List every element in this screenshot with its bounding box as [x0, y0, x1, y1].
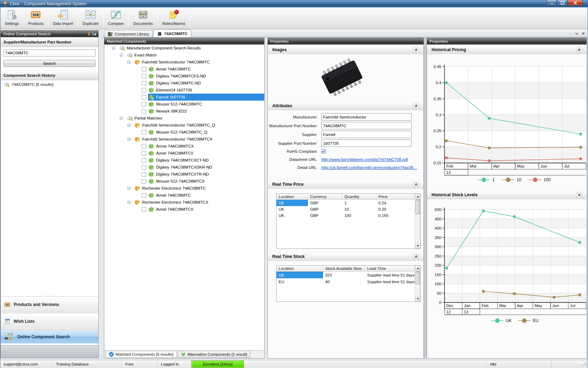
maximize-button[interactable] [557, 0, 567, 6]
notes-alarms-button[interactable]: Notes/Alarms [158, 7, 189, 29]
table-cell[interactable]: UK [276, 272, 323, 278]
tree-item[interactable]: SMouser 512-74AC08MTCX [104, 178, 264, 185]
attribute-value-input[interactable] [321, 113, 412, 121]
tree-item-checkbox[interactable] [142, 67, 146, 71]
documents-button[interactable]: Documents [130, 7, 157, 29]
collapse-section-button[interactable] [576, 47, 582, 53]
table-row[interactable]: EU40Supplier lead time 51 days [276, 278, 420, 285]
tree-item-body[interactable]: MFairchild Semiconductor 74AC08MTC [134, 59, 264, 66]
tree-item-checkbox[interactable] [142, 88, 146, 93]
tree-item-body[interactable]: SAvnet 74AC08MTC [148, 66, 264, 73]
tree-item-body[interactable]: MFairchild Semiconductor 74AC08MTCX [134, 136, 264, 143]
tree-item[interactable]: SAvnet 74AC08MTCX [104, 206, 264, 213]
table-cell[interactable]: 100 [342, 212, 376, 219]
tree-item-body[interactable]: SMouser 512-74AC08MTC_Q [148, 129, 264, 136]
tree-item[interactable]: SAvnet 74AC08MTCX [104, 150, 264, 157]
tree-item-body[interactable]: SArrow 74AC08MTCX [148, 143, 264, 150]
scroll-down-button[interactable] [415, 296, 420, 301]
tree-item[interactable]: SMouser 512-74AC08MTC_Q [104, 129, 264, 136]
scrollbar-thumb[interactable] [415, 199, 420, 214]
column-header[interactable]: Stock Available Now [323, 266, 365, 271]
tree-item-body[interactable]: SDigikey 74AC08MTCXCT-ND [148, 157, 264, 164]
splitter-tree-properties[interactable]: ········· [265, 38, 267, 359]
attribute-value-input[interactable] [321, 139, 412, 147]
collapse-section-button[interactable] [413, 253, 419, 260]
table-cell[interactable]: 1 [342, 200, 376, 206]
tree-item[interactable]: MRochester Electronics 74AC08MTC [104, 185, 264, 192]
collapse-expander-icon[interactable] [127, 201, 131, 204]
rohs-compliant-checkbox[interactable] [321, 149, 326, 154]
scroll-up-button[interactable] [415, 194, 420, 199]
panel-options-icon[interactable] [87, 32, 96, 37]
tree-item-body[interactable]: MFairchild Semiconductor 74AC08MTC_Q [134, 122, 264, 129]
collapse-expander-icon[interactable] [127, 61, 131, 64]
settings-button[interactable]: Settings [1, 7, 23, 29]
tree-item-checkbox[interactable] [142, 102, 146, 107]
tree-item-checkbox[interactable] [142, 95, 146, 100]
tree-item[interactable]: SFarnell 1607735 [104, 94, 264, 101]
tree-item-checkbox[interactable] [142, 74, 146, 79]
attribute-value-input[interactable] [321, 122, 412, 129]
tree-item[interactable]: MRochester Electronics 74AC08MTCX [104, 199, 264, 206]
tree-item-body[interactable]: SAvnet 74AC08MTCX [148, 206, 264, 213]
collapse-expander-icon[interactable] [127, 138, 131, 141]
tree-item[interactable]: SDigikey 74AC08MTC-ND [104, 80, 264, 87]
tree-item-body[interactable]: MRochester Electronics 74AC08MTCX [134, 199, 264, 206]
tree-item-body[interactable]: SMouser 512-74AC08MTCX [148, 178, 264, 185]
compare-button[interactable]: Compare [104, 7, 128, 29]
tree-item[interactable]: SNewark 58K3222 [104, 108, 264, 115]
table-cell[interactable]: GBP [308, 206, 342, 212]
tree-item-body[interactable]: Exact Match [126, 52, 264, 59]
table-cell[interactable]: 40 [323, 278, 365, 285]
table-cell[interactable]: GBP [308, 212, 342, 219]
collapse-section-button[interactable] [576, 192, 582, 198]
collapse-expander-icon[interactable] [120, 117, 123, 120]
table-cell[interactable]: 0.20 [376, 206, 420, 212]
tab-component-library[interactable]: Component Library [104, 30, 153, 37]
bottom-tab-alternative[interactable]: Alternative Components [1 result] [178, 351, 250, 358]
table-cell[interactable]: UK [276, 200, 308, 206]
table-row[interactable]: UKGBP10.24 [276, 200, 420, 206]
collapse-section-button[interactable] [413, 103, 419, 109]
tree-item[interactable]: Exact Match [104, 52, 264, 59]
tree-item-checkbox[interactable] [142, 151, 146, 156]
tree-item[interactable]: SDigikey 74AC08MTCFS-ND [104, 73, 264, 80]
attribute-url-link[interactable]: http://www.fairchildsemi.com/ds/74/74ACT… [321, 157, 408, 162]
tree-item-body[interactable]: SFarnell 1607735 [148, 94, 264, 101]
tree-item-body[interactable]: Partial Matches [126, 115, 264, 122]
column-header[interactable]: Price [376, 194, 420, 199]
collapse-section-button[interactable] [413, 181, 419, 188]
tree-item[interactable]: MFairchild Semiconductor 74AC08MTC_Q [104, 122, 264, 129]
attribute-url-link[interactable]: http://uk.farnell.com/fairchild-semicond… [321, 165, 417, 170]
tree-item-body[interactable]: SElement14 1607735 [148, 87, 264, 94]
column-header[interactable]: Currency [308, 194, 342, 199]
column-header[interactable]: Location [276, 194, 308, 199]
bottom-tab-matched[interactable]: Matched Components [5 results] [106, 351, 177, 358]
tree-item[interactable]: SArrow 74AC08MTCX [104, 143, 264, 150]
minimize-button[interactable] [547, 0, 557, 6]
sidebar-splitter-handle[interactable]: ······· [1, 293, 98, 296]
tab-part-74ac08mtc[interactable]: 74AC08MTC [153, 29, 191, 37]
tree-item-body[interactable]: SAvnet 74AC08MTC [148, 192, 264, 199]
sidebar-item-online-component-search[interactable]: Online Component Search [1, 329, 98, 343]
collapse-expander-icon[interactable] [127, 124, 131, 127]
tree-item-checkbox[interactable] [142, 207, 146, 212]
duplicate-button[interactable]: Duplicate [79, 7, 103, 29]
tree-item-body[interactable]: SMouser 512-74AC08MTC [148, 101, 264, 108]
search-history-item[interactable]: 74AC08MTC [6 results] [1, 81, 98, 88]
tree-item-body[interactable]: SDigikey 74AC08MTCFS-ND [148, 73, 264, 80]
table-row[interactable]: UKGBP100.20 [276, 206, 420, 212]
table-cell[interactable]: Supplier lead time 51 days [365, 272, 420, 278]
tree-item[interactable]: Partial Matches [104, 115, 264, 122]
tree-item-checkbox[interactable] [142, 165, 146, 170]
table-cell[interactable]: GBP [308, 200, 342, 206]
collapse-expander-icon[interactable] [120, 54, 123, 57]
tree-item-body[interactable]: SAvnet 74AC08MTCX [148, 150, 264, 157]
splitter-properties-charts[interactable]: ········· [424, 38, 427, 359]
tree-item-body[interactable]: SDigikey 74AC08MTC-ND [148, 80, 264, 87]
table-row[interactable]: UKGBP1000.165 [276, 212, 420, 219]
vertical-scrollbar[interactable] [415, 194, 420, 248]
search-button[interactable]: Search [4, 60, 96, 67]
tree-item[interactable]: Manufacturer Component Search Results [104, 45, 264, 52]
tree-item-body[interactable]: MRochester Electronics 74AC08MTC [134, 185, 264, 192]
